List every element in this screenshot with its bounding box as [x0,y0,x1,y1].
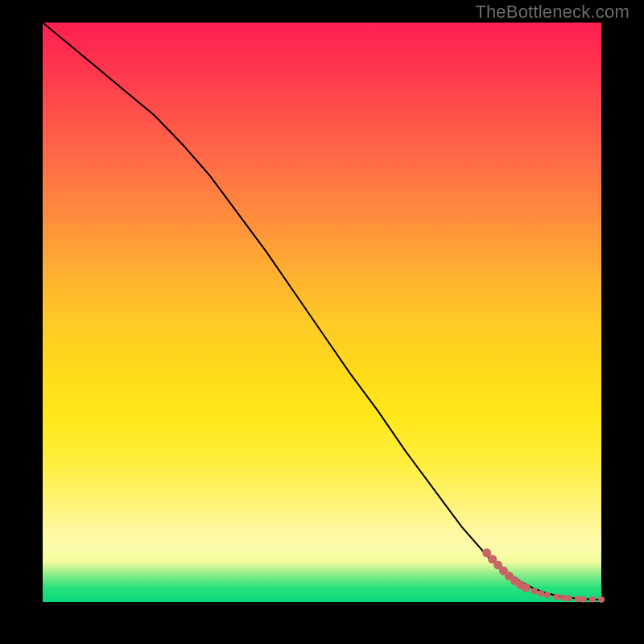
plot-area [43,23,601,602]
marker-point [560,595,567,601]
flat-region-markers [482,548,605,602]
marker-point [580,596,587,602]
marker-point [538,590,544,597]
bottleneck-curve [43,23,601,600]
marker-point [544,592,551,598]
marker-point [566,595,572,601]
marker-point [553,594,559,601]
marker-point [575,596,581,602]
marker-point [531,588,538,594]
curve-svg [43,23,601,602]
marker-point [598,597,605,603]
watermark-text: TheBottleneck.com [475,2,630,23]
chart-frame: TheBottleneck.com [0,0,644,644]
marker-point [522,584,530,592]
marker-point [589,597,596,603]
